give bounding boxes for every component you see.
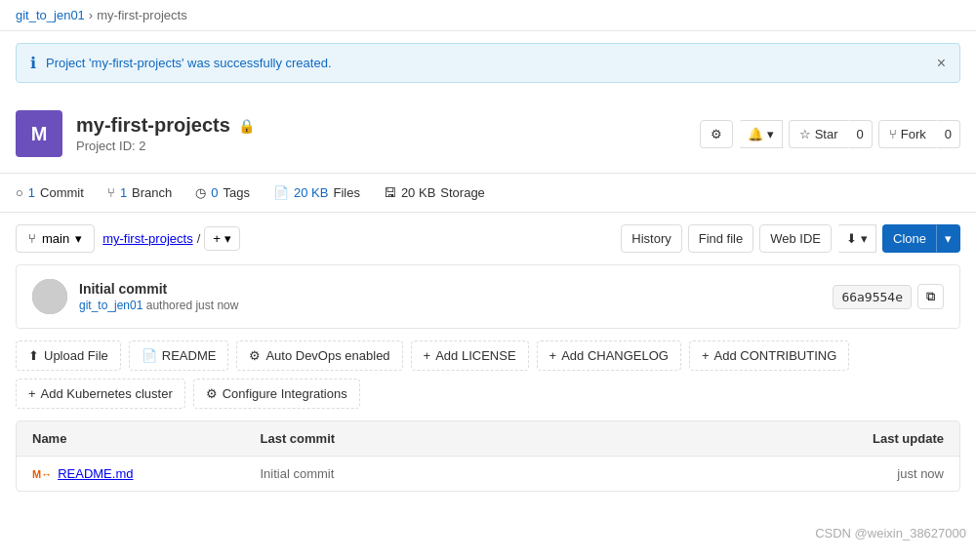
readme-icon: 📄 bbox=[142, 348, 157, 363]
repo-nav: ⑂ main ▾ my-first-projects / + ▾ History… bbox=[0, 213, 976, 264]
file-icon: 📄 bbox=[273, 185, 289, 200]
integrations-icon: ⚙ bbox=[206, 386, 218, 401]
branch-dropdown-icon: ▾ bbox=[75, 231, 82, 246]
path-root[interactable]: my-first-projects bbox=[102, 231, 192, 246]
clone-group: Clone ▾ bbox=[882, 224, 960, 253]
auto-devops-button[interactable]: ⚙ Auto DevOps enabled bbox=[236, 340, 402, 371]
path-nav: my-first-projects / + ▾ bbox=[102, 226, 240, 251]
branches-label: Branch bbox=[132, 185, 172, 200]
add-contributing-button[interactable]: + Add CONTRIBUTING bbox=[689, 340, 849, 371]
configure-integrations-label: Configure Integrations bbox=[223, 386, 347, 401]
branch-name: main bbox=[42, 231, 69, 246]
file-table-header: Name Last commit Last update bbox=[17, 421, 959, 457]
project-actions: ⚙ 🔔 ▾ ☆ Star 0 ⑂ Fork 0 bbox=[700, 120, 960, 148]
breadcrumb-separator: › bbox=[89, 8, 93, 22]
files-stat: 📄 20 KB Files bbox=[273, 185, 360, 200]
file-name[interactable]: M↔ README.md bbox=[32, 466, 261, 481]
alert-close-button[interactable]: × bbox=[937, 55, 946, 72]
commit-author-link[interactable]: git_to_jen01 bbox=[79, 299, 142, 312]
col-update: Last update bbox=[716, 431, 945, 446]
add-changelog-button[interactable]: + Add CHANGELOG bbox=[537, 340, 681, 371]
commit-hash: 66a9554e ⧉ bbox=[833, 284, 944, 309]
commit-authored-time: authored just now bbox=[146, 299, 239, 312]
fork-icon: ⑂ bbox=[889, 127, 897, 141]
breadcrumb-parent[interactable]: git_to_jen01 bbox=[16, 8, 85, 22]
stats-bar: ○ 1 Commit ⑂ 1 Branch ◷ 0 Tags 📄 20 KB F… bbox=[0, 174, 976, 213]
fork-count-button[interactable]: 0 bbox=[936, 120, 960, 148]
kubernetes-icon: + bbox=[28, 386, 36, 401]
readme-label: README bbox=[162, 348, 217, 363]
commit-avatar-placeholder bbox=[32, 279, 67, 314]
commit-info: Initial commit git_to_jen01 authored jus… bbox=[16, 264, 960, 329]
download-button[interactable]: ⬇ ▾ bbox=[837, 224, 876, 253]
storage-stat: 🖫 20 KB Storage bbox=[384, 185, 485, 200]
col-name: Name bbox=[32, 431, 261, 446]
add-license-icon: + bbox=[424, 348, 431, 363]
add-changelog-icon: + bbox=[549, 348, 557, 363]
avatar: M bbox=[16, 110, 62, 157]
col-commit: Last commit bbox=[261, 431, 716, 446]
project-title-row: my-first-projects 🔒 bbox=[76, 114, 255, 137]
clone-button[interactable]: Clone bbox=[882, 224, 936, 253]
fork-button[interactable]: ⑂ Fork bbox=[878, 120, 936, 148]
branch-icon: ⑂ bbox=[107, 185, 115, 200]
file-update: just now bbox=[716, 466, 945, 481]
branch-icon: ⑂ bbox=[28, 231, 36, 246]
web-ide-button[interactable]: Web IDE bbox=[759, 224, 832, 253]
add-file-button[interactable]: + ▾ bbox=[204, 226, 240, 251]
storage-size: 20 KB bbox=[401, 185, 435, 200]
alert-banner: ℹ Project 'my-first-projects' was succes… bbox=[16, 43, 960, 83]
star-button[interactable]: ☆ Star bbox=[789, 120, 848, 148]
project-title: my-first-projects bbox=[76, 114, 230, 137]
branches-count[interactable]: 1 bbox=[120, 185, 127, 200]
tags-label: Tags bbox=[224, 185, 250, 200]
commit-details: Initial commit git_to_jen01 authored jus… bbox=[79, 281, 821, 312]
storage-icon: 🖫 bbox=[384, 185, 396, 200]
action-buttons: ⬆ Upload File 📄 README ⚙ Auto DevOps ena… bbox=[16, 340, 960, 409]
file-commit: Initial commit bbox=[261, 466, 716, 481]
commits-count[interactable]: 1 bbox=[28, 185, 35, 200]
readme-button[interactable]: 📄 README bbox=[129, 340, 229, 371]
add-kubernetes-button[interactable]: + Add Kubernetes cluster bbox=[16, 379, 185, 409]
star-label: Star bbox=[815, 127, 838, 141]
download-group: ⬇ ▾ bbox=[837, 224, 876, 253]
fork-group: ⑂ Fork 0 bbox=[878, 120, 960, 148]
file-link[interactable]: README.md bbox=[58, 466, 133, 481]
tags-count[interactable]: 0 bbox=[211, 185, 218, 200]
history-button[interactable]: History bbox=[621, 224, 681, 253]
clone-dropdown-button[interactable]: ▾ bbox=[936, 224, 960, 253]
notification-group: 🔔 ▾ bbox=[739, 120, 783, 148]
bell-icon: 🔔 bbox=[748, 127, 763, 141]
notification-button[interactable]: 🔔 ▾ bbox=[739, 120, 783, 148]
add-dropdown-icon: ▾ bbox=[224, 231, 231, 246]
add-changelog-label: Add CHANGELOG bbox=[561, 348, 669, 363]
repo-nav-right: History Find file Web IDE ⬇ ▾ Clone ▾ bbox=[621, 224, 960, 253]
files-label: Files bbox=[333, 185, 359, 200]
add-license-button[interactable]: + Add LICENSE bbox=[411, 340, 529, 371]
repo-nav-left: ⑂ main ▾ my-first-projects / + ▾ bbox=[16, 224, 240, 253]
commit-hash-code: 66a9554e bbox=[833, 285, 912, 309]
files-size[interactable]: 20 KB bbox=[294, 185, 328, 200]
devops-icon: ⚙ bbox=[249, 348, 261, 363]
info-icon: ℹ bbox=[30, 54, 36, 72]
add-kubernetes-label: Add Kubernetes cluster bbox=[41, 386, 173, 401]
settings-button[interactable]: ⚙ bbox=[700, 120, 733, 148]
configure-integrations-button[interactable]: ⚙ Configure Integrations bbox=[193, 379, 360, 409]
find-file-button[interactable]: Find file bbox=[688, 224, 754, 253]
upload-file-button[interactable]: ⬆ Upload File bbox=[16, 340, 121, 371]
add-license-label: Add LICENSE bbox=[435, 348, 515, 363]
project-info: M my-first-projects 🔒 Project ID: 2 bbox=[16, 110, 255, 157]
alert-message: Project 'my-first-projects' was successf… bbox=[46, 56, 927, 70]
commit-icon: ○ bbox=[16, 185, 23, 200]
star-group: ☆ Star 0 bbox=[789, 120, 873, 148]
plus-icon: + bbox=[213, 231, 221, 246]
commit-message: Initial commit bbox=[79, 281, 821, 297]
add-contributing-label: Add CONTRIBUTING bbox=[714, 348, 837, 363]
star-count-button[interactable]: 0 bbox=[848, 120, 873, 148]
commit-avatar bbox=[32, 279, 67, 314]
fork-label: Fork bbox=[901, 127, 926, 141]
branch-selector[interactable]: ⑂ main ▾ bbox=[16, 224, 95, 253]
download-icon: ⬇ bbox=[846, 231, 857, 246]
tags-stat: ◷ 0 Tags bbox=[195, 185, 250, 200]
copy-hash-button[interactable]: ⧉ bbox=[917, 284, 944, 309]
